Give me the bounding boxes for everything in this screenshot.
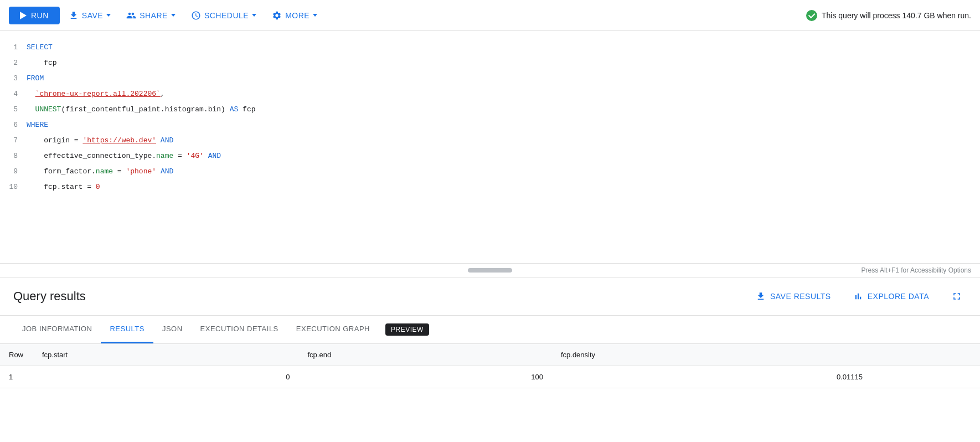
schedule-button[interactable]: SCHEDULE (184, 6, 263, 25)
expand-icon (951, 291, 962, 302)
schedule-icon (191, 11, 201, 20)
results-table: Row fcp.start fcp.end fcp.density 1 0 10… (0, 344, 980, 388)
col-fcp-start: fcp.start (33, 344, 298, 366)
code-line-6: WHERE (27, 117, 971, 133)
code-line-4: `chrome-ux-report.all.202206`, (27, 86, 971, 102)
explore-data-icon (853, 291, 863, 301)
success-icon (806, 10, 817, 21)
more-gear-icon (272, 11, 282, 20)
share-label: SHARE (140, 11, 168, 20)
results-tabs: JOB INFORMATION RESULTS JSON EXECUTION D… (0, 316, 980, 344)
run-label: RUN (31, 11, 49, 20)
more-button[interactable]: MORE (265, 6, 324, 25)
col-row: Row (0, 344, 33, 366)
code-line-7: origin = 'https://web.dev' AND (27, 133, 971, 148)
results-title: Query results (13, 289, 751, 304)
col-fcp-density: fcp.density (552, 344, 871, 366)
tab-preview-badge[interactable]: PREVIEW (385, 323, 429, 336)
results-actions: SAVE RESULTS EXPLORE DATA (751, 286, 967, 306)
tab-execution-graph[interactable]: EXECUTION GRAPH (287, 316, 379, 343)
query-info-text: This query will process 140.7 GB when ru… (822, 11, 971, 20)
tab-job-information[interactable]: JOB INFORMATION (13, 316, 101, 343)
expand-button[interactable] (947, 286, 967, 306)
schedule-label: SCHEDULE (204, 11, 249, 20)
col-empty (871, 344, 980, 366)
share-icon (126, 11, 136, 20)
horizontal-scrollbar[interactable]: Press Alt+F1 for Accessibility Options (0, 264, 980, 277)
results-header: Query results SAVE RESULTS EXPLORE DATA (0, 277, 980, 316)
code-line-1: SELECT (27, 40, 971, 55)
code-line-9: form_factor.name = 'phone' AND (27, 164, 971, 179)
share-chevron-icon (171, 14, 176, 17)
col-fcp-end: fcp.end (298, 344, 551, 366)
explore-data-label: EXPLORE DATA (868, 292, 929, 301)
cell-fcp-start: 0 (33, 366, 298, 388)
share-button[interactable]: SHARE (120, 6, 182, 25)
toolbar: RUN SAVE SHARE SCHEDULE MORE This query … (0, 0, 980, 31)
save-icon (69, 11, 79, 20)
run-button[interactable]: RUN (9, 7, 60, 24)
query-info: This query will process 140.7 GB when ru… (806, 10, 971, 21)
results-area: Query results SAVE RESULTS EXPLORE DATA (0, 277, 980, 388)
explore-data-button[interactable]: EXPLORE DATA (849, 287, 938, 306)
more-chevron-icon (313, 14, 317, 17)
code-editor[interactable]: 1 2 3 4 5 6 7 8 9 10 SELECT fcp FROM `ch… (0, 31, 980, 204)
code-editor-area[interactable]: 1 2 3 4 5 6 7 8 9 10 SELECT fcp FROM `ch… (0, 31, 980, 264)
code-line-8: effective_connection_type.name = '4G' AN… (27, 148, 971, 164)
save-button[interactable]: SAVE (62, 6, 117, 25)
line-numbers: 1 2 3 4 5 6 7 8 9 10 (0, 40, 27, 195)
code-content[interactable]: SELECT fcp FROM `chrome-ux-report.all.20… (27, 40, 980, 195)
play-icon (20, 12, 27, 19)
table-header-row: Row fcp.start fcp.end fcp.density (0, 344, 980, 366)
accessibility-hint: Press Alt+F1 for Accessibility Options (862, 266, 971, 274)
save-results-label: SAVE RESULTS (770, 292, 831, 301)
cell-row-num: 1 (0, 366, 33, 388)
save-label: SAVE (82, 11, 103, 20)
cell-fcp-end: 100 (298, 366, 551, 388)
more-label: MORE (285, 11, 310, 20)
cell-fcp-density: 0.01115 (552, 366, 871, 388)
tab-execution-details[interactable]: EXECUTION DETAILS (192, 316, 287, 343)
save-chevron-icon (106, 14, 111, 17)
save-results-button[interactable]: SAVE RESULTS (751, 287, 840, 306)
cell-empty (871, 366, 980, 388)
save-results-icon (756, 291, 766, 301)
code-line-5: UNNEST(first_contentful_paint.histogram.… (27, 102, 971, 117)
tab-json[interactable]: JSON (153, 316, 192, 343)
tab-results[interactable]: RESULTS (101, 316, 153, 343)
scrollbar-thumb[interactable] (468, 268, 512, 273)
code-line-2: fcp (27, 55, 971, 71)
code-line-3: FROM (27, 71, 971, 86)
code-line-10: fcp.start = 0 (27, 179, 971, 195)
schedule-chevron-icon (252, 14, 256, 17)
table-row: 1 0 100 0.01115 (0, 366, 980, 388)
